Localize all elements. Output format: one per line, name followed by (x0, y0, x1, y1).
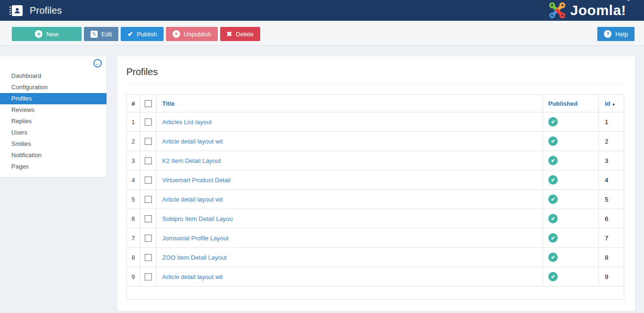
sidebar-item-pages[interactable]: Pages (0, 161, 107, 172)
row-checkbox[interactable] (145, 215, 152, 222)
profiles-table: # Title Published Id▲ 1Articles List lay… (126, 94, 624, 300)
collapse-sidebar-icon[interactable] (93, 59, 102, 68)
row-checkbox-cell (140, 132, 157, 151)
question-circle-icon (604, 30, 611, 38)
select-all-checkbox[interactable] (145, 100, 152, 107)
sidebar-item-replies[interactable]: Replies (0, 116, 107, 127)
row-checkbox-cell (140, 209, 157, 228)
sidebar-item-notification[interactable]: Notification (0, 150, 107, 161)
table-row: 5Article detail layout wit5 (127, 190, 624, 209)
plus-circle-icon (35, 30, 42, 38)
brand: Profiles (12, 5, 62, 16)
joomla-x-icon (548, 1, 566, 19)
row-id: 1 (599, 112, 624, 132)
profile-title-link[interactable]: Article detail layout wit (162, 196, 223, 203)
row-checkbox-cell (140, 228, 157, 248)
x-icon (227, 31, 232, 37)
row-published-cell (543, 267, 599, 287)
profile-title-link[interactable]: Virtuemart Product Detail (162, 177, 231, 184)
row-number: 5 (127, 190, 140, 209)
row-checkbox[interactable] (145, 118, 152, 126)
sidebar: DashboardConfigurationProfilesReviewsRep… (0, 56, 107, 178)
row-published-cell (543, 248, 599, 267)
row-number: 8 (127, 248, 140, 267)
heading-divider (126, 84, 624, 85)
delete-button[interactable]: Delete (220, 27, 260, 41)
new-button[interactable]: New (12, 27, 82, 41)
sort-by-published-link[interactable]: Published (548, 100, 578, 107)
row-title-cell: K2 Item Detail Layout (157, 151, 543, 170)
table-row: 3K2 Item Detail Layout3 (127, 151, 624, 170)
row-published-cell (543, 132, 599, 151)
sidebar-item-dashboard[interactable]: Dashboard (0, 70, 107, 82)
published-check-icon[interactable] (548, 156, 558, 165)
published-check-icon[interactable] (548, 272, 558, 281)
table-row: 9Article detail layout wit9 (127, 267, 624, 287)
unpublish-button[interactable]: Unpublish (166, 27, 218, 41)
published-check-icon[interactable] (548, 214, 558, 223)
publish-button[interactable]: Publish (121, 27, 163, 41)
edit-button[interactable]: Edit (84, 27, 118, 41)
published-check-icon[interactable] (548, 117, 558, 127)
help-button-label: Help (615, 31, 628, 38)
row-title-cell: Virtuemart Product Detail (157, 170, 543, 190)
edit-button-label: Edit (101, 31, 112, 38)
profile-title-link[interactable]: K2 Item Detail Layout (162, 157, 221, 164)
table-header: # Title Published Id▲ (127, 95, 624, 112)
sidebar-item-configuration[interactable]: Configuration (0, 82, 107, 93)
row-checkbox-cell (140, 190, 157, 209)
sort-by-id-link[interactable]: Id (605, 100, 611, 107)
sort-ascending-icon: ▲ (612, 102, 616, 106)
column-header-check (140, 95, 157, 112)
column-header-id: Id▲ (599, 95, 624, 112)
joomla-logo: Joomla!® (548, 1, 630, 19)
sidebar-item-users[interactable]: Users (0, 127, 107, 138)
profile-title-link[interactable]: Jomsocial Profile Layout (162, 235, 229, 242)
row-checkbox-cell (140, 170, 157, 190)
row-checkbox[interactable] (145, 157, 152, 164)
sort-by-title-link[interactable]: Title (162, 100, 175, 107)
row-published-cell (543, 190, 599, 209)
row-title-cell: Jomsocial Profile Layout (157, 228, 543, 248)
sidebar-item-reviews[interactable]: Reviews (0, 104, 107, 116)
row-published-cell (543, 209, 599, 228)
row-checkbox[interactable] (145, 273, 152, 280)
profile-title-link[interactable]: Articles List layout (162, 118, 212, 126)
content-layout: DashboardConfigurationProfilesReviewsRep… (0, 46, 644, 313)
sidebar-item-profiles[interactable]: Profiles (0, 93, 107, 104)
table-row: 2Article detail layout wit2 (127, 132, 624, 151)
profile-title-link[interactable]: Sobipro Item Detail Layou (162, 215, 233, 222)
row-checkbox[interactable] (145, 235, 152, 242)
new-button-label: New (46, 31, 58, 38)
row-checkbox-cell (140, 267, 157, 287)
row-checkbox[interactable] (145, 196, 152, 203)
row-id: 6 (599, 209, 624, 228)
row-checkbox[interactable] (145, 254, 152, 261)
sidebar-item-smilies[interactable]: Smilies (0, 138, 107, 150)
profile-title-link[interactable]: Article detail layout wit (162, 273, 223, 280)
published-check-icon[interactable] (548, 175, 558, 185)
row-id: 8 (599, 248, 624, 267)
toolbar: New Edit Publish Unpublish Delete Help (0, 21, 644, 46)
table-header-row: # Title Published Id▲ (127, 95, 624, 112)
published-check-icon[interactable] (548, 195, 558, 204)
published-check-icon[interactable] (548, 253, 558, 262)
binder-decoration (9, 7, 11, 8)
table-row: 6Sobipro Item Detail Layou6 (127, 209, 624, 228)
profile-title-link[interactable]: ZOO Item Detail Layout (162, 254, 227, 261)
published-check-icon[interactable] (548, 233, 558, 243)
published-check-icon[interactable] (548, 136, 558, 146)
profile-title-link[interactable]: Article detail layout wit (162, 138, 223, 145)
column-header-title: Title (157, 95, 543, 112)
row-id: 7 (599, 228, 624, 248)
help-button[interactable]: Help (597, 27, 635, 41)
column-header-published: Published (543, 95, 599, 112)
registered-mark: ® (627, 0, 630, 2)
row-checkbox[interactable] (145, 177, 152, 184)
row-checkbox[interactable] (145, 138, 152, 145)
row-published-cell (543, 228, 599, 248)
joomla-logo-text: Joomla!® (570, 2, 630, 18)
row-title-cell: Article detail layout wit (157, 190, 543, 209)
row-published-cell (543, 112, 599, 132)
check-icon (127, 31, 133, 37)
